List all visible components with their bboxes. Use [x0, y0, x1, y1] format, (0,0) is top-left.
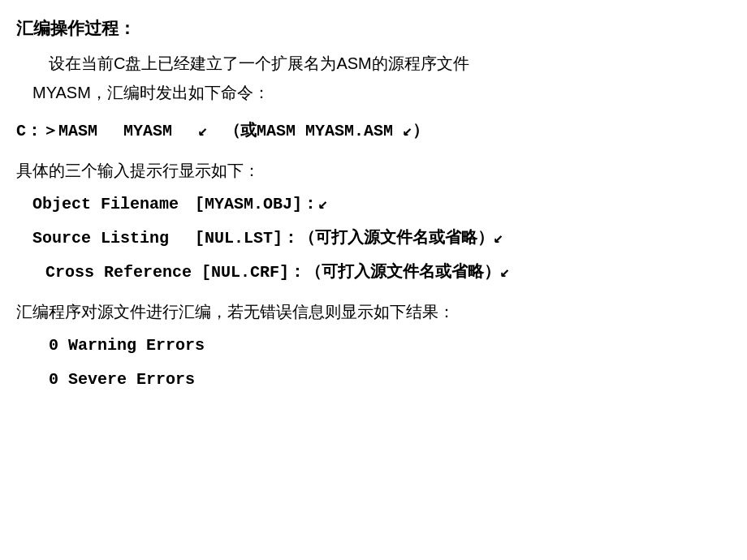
- desc-line-2: MYASM，汇编时发出如下命令：: [16, 80, 731, 106]
- result-warning-line: 0 Warning Errors: [16, 333, 731, 359]
- prompt-object-line: Object Filename [MYASM.OBJ]：↙: [16, 192, 731, 218]
- desc-line-1: 设在当前C盘上已经建立了一个扩展名为ASM的源程序文件: [16, 50, 731, 76]
- prompt-intro-line: 具体的三个输入提示行显示如下：: [16, 157, 731, 183]
- main-content: 汇编操作过程： 设在当前C盘上已经建立了一个扩展名为ASM的源程序文件 MYAS…: [16, 15, 731, 396]
- title-line: 汇编操作过程：: [16, 15, 731, 42]
- result-intro-line: 汇编程序对源文件进行汇编，若无错误信息则显示如下结果：: [16, 299, 731, 325]
- result-severe-line: 0 Severe Errors: [16, 367, 731, 393]
- prompt-source-line: Source Listing [NUL.LST]：（可打入源文件名或省略）↙: [16, 226, 731, 252]
- prompt-cross-line: Cross Reference [NUL.CRF]：（可打入源文件名或省略）↙: [16, 260, 731, 286]
- command-line: C：＞MASM MYASM ↙ （或MASM MYASM.ASM ↙）: [16, 118, 731, 144]
